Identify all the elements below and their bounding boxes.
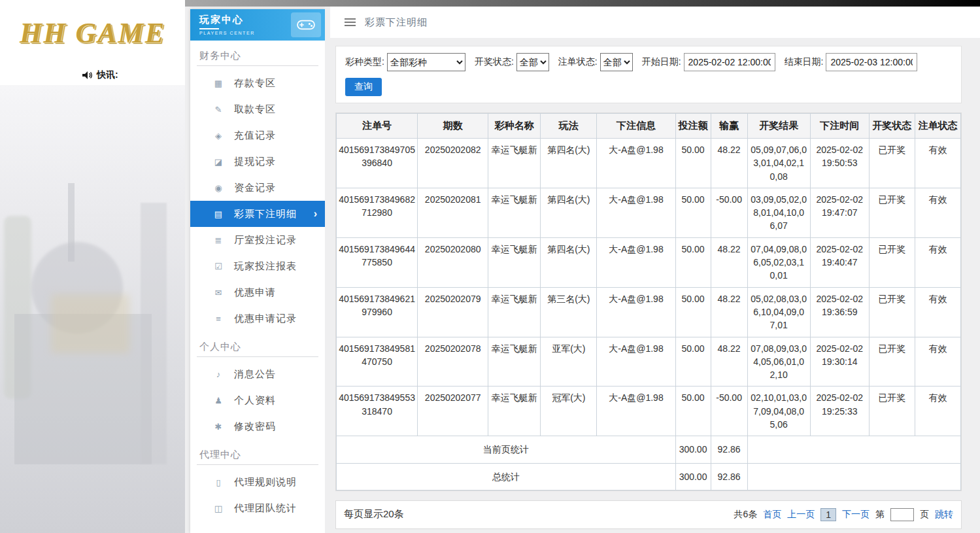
stats-icon: ◫ (212, 504, 224, 513)
page-title: 彩票下注明细 (365, 16, 428, 29)
cell: 48.22 (711, 139, 747, 188)
cell: 20250202077 (418, 387, 488, 436)
cell: 48.22 (711, 287, 747, 337)
cell: 有效 (915, 387, 960, 436)
page-jump-input[interactable] (890, 508, 914, 521)
sidebar-item-deposit[interactable]: ▦ 存款专区 (190, 70, 325, 96)
cell: 2025-02-02 19:36:59 (810, 287, 869, 337)
cell: 48.22 (711, 337, 747, 387)
order-status-select[interactable]: 全部 (600, 53, 633, 71)
city-background-image (0, 85, 185, 533)
sidebar-item-withdrawal-records[interactable]: ◪ 提现记录 (190, 148, 325, 175)
cell: 50.00 (675, 139, 711, 188)
sidebar-item-player-bet-report[interactable]: ☑ 玩家投注报表 (190, 253, 325, 279)
sidebar-item-label: 厅室投注记录 (234, 234, 297, 247)
summary-bet-total: 300.00 (675, 463, 711, 490)
end-date-label: 结束日期: (785, 56, 824, 68)
sidebar-item-recharge-records[interactable]: ◈ 充值记录 (190, 122, 325, 148)
column-header-order-status: 注单状态 (915, 114, 960, 139)
sidebar-item-promo-apply[interactable]: ✉ 优惠申请 (190, 279, 325, 305)
table-row: 401569173849553318470 20250202077 幸运飞艇新 … (337, 387, 961, 436)
cell: 大-A盘@1.98 (597, 337, 675, 387)
sidebar-item-profile[interactable]: ♟ 个人资料 (190, 387, 325, 413)
cell: 冠军(大) (541, 387, 597, 436)
cell: 第四名(大) (541, 188, 597, 237)
section-finance-center: 财务中心 (197, 47, 318, 66)
cell: 50.00 (675, 287, 711, 337)
cell: 401569173849581470750 (337, 337, 418, 387)
sidebar-item-announcements[interactable]: ♪ 消息公告 (190, 361, 325, 387)
sidebar-item-label: 个人资料 (234, 394, 276, 407)
top-strip (185, 0, 980, 7)
cell: 07,04,09,08,06,05,02,03,10,01 (747, 237, 810, 287)
sidebar-item-change-password[interactable]: ✱ 修改密码 (190, 413, 325, 439)
cell: 2025-02-02 19:50:53 (810, 139, 869, 188)
cell: 50.00 (675, 387, 711, 436)
next-page-link[interactable]: 下一页 (842, 509, 870, 521)
table-header-row: 注单号 期数 彩种名称 玩法 下注信息 投注额 输赢 开奖结果 下注时间 开奖状… (337, 114, 961, 139)
start-date-input[interactable] (684, 53, 775, 71)
brand-panel: HH GAME 快讯: (0, 0, 185, 533)
page-prefix-text: 第 (875, 509, 885, 521)
sidebar-item-agent-team-stats[interactable]: ◫ 代理团队统计 (190, 495, 325, 521)
flags-blur (51, 294, 129, 353)
cell: 已开奖 (869, 188, 915, 237)
cell: 2025-02-02 19:40:47 (810, 237, 869, 287)
column-header-play-type: 玩法 (541, 114, 597, 139)
menu-icon[interactable] (345, 18, 356, 26)
bets-table: 注单号 期数 彩种名称 玩法 下注信息 投注额 输赢 开奖结果 下注时间 开奖状… (336, 113, 961, 490)
sidebar-item-label: 彩票下注明细 (234, 208, 297, 220)
cell: 20250202082 (418, 139, 488, 188)
deposit-icon: ▦ (212, 78, 224, 88)
cell: 有效 (915, 237, 960, 287)
column-header-bet-info: 下注信息 (597, 114, 675, 139)
table-row: 401569173849644775850 20250202080 幸运飞艇新 … (337, 237, 961, 287)
first-page-link[interactable]: 首页 (763, 509, 781, 521)
sidebar-item-label: 优惠申请 (234, 286, 276, 299)
cell: 已开奖 (869, 237, 915, 287)
lottery-type-select[interactable]: 全部彩种 (387, 53, 465, 71)
draw-status-select[interactable]: 全部 (516, 53, 549, 71)
sidebar-item-hall-bet-records[interactable]: ≣ 厅室投注记录 (190, 227, 325, 253)
cell: 2025-02-02 19:25:33 (810, 387, 869, 436)
main-content: 彩票下注明细 彩种类型: 全部彩种 开奖状态: 全部 注单状态: 全部 开始日期… (325, 7, 980, 533)
table-row: 401569173849705396840 20250202082 幸运飞艇新 … (337, 139, 961, 188)
filter-row: 彩种类型: 全部彩种 开奖状态: 全部 注单状态: 全部 开始日期: 结束日期: (344, 53, 953, 71)
tower-silhouette (141, 203, 167, 464)
cell: 已开奖 (869, 139, 915, 188)
cell: 幸运飞艇新 (488, 139, 541, 188)
sidebar-item-agent-rules[interactable]: ▯ 代理规则说明 (190, 469, 325, 495)
cell: 2025-02-02 19:30:14 (810, 337, 869, 387)
column-header-order-id: 注单号 (337, 114, 418, 139)
summary-row-total: 总统计 300.00 92.86 (337, 463, 961, 490)
sidebar-item-lottery-bet-details[interactable]: ▤ 彩票下注明细 › (190, 201, 325, 227)
summary-label: 总统计 (337, 463, 676, 490)
sidebar-item-fund-records[interactable]: ◉ 资金记录 (190, 175, 325, 201)
cell: 幸运飞艇新 (488, 237, 541, 287)
query-button[interactable]: 查询 (345, 78, 382, 96)
current-page-button[interactable]: 1 (820, 508, 836, 521)
sidebar-item-label: 存款专区 (234, 77, 276, 90)
cell: 20250202078 (418, 337, 488, 387)
cell: 幸运飞艇新 (488, 387, 541, 436)
start-date-label: 开始日期: (642, 56, 681, 68)
sidebar-item-label: 资金记录 (234, 182, 276, 194)
section-personal-center: 个人中心 (197, 338, 318, 357)
prev-page-link[interactable]: 上一页 (787, 509, 815, 521)
table-row: 401569173849682712980 20250202081 幸运飞艇新 … (337, 188, 961, 237)
draw-status-label: 开奖状态: (475, 56, 514, 68)
titlebar: 彩票下注明细 (330, 7, 980, 38)
sidebar-item-withdraw[interactable]: ✎ 取款专区 (190, 96, 325, 122)
sidebar-item-label: 充值记录 (234, 129, 276, 142)
sidebar-item-promo-records[interactable]: ≡ 优惠申请记录 (190, 305, 325, 332)
end-date-input[interactable] (826, 53, 917, 71)
cell: 20250202080 (418, 237, 488, 287)
cell: 401569173849644775850 (337, 237, 418, 287)
speaker-icon (82, 71, 93, 80)
promo-records-icon: ≡ (212, 314, 224, 324)
jump-link[interactable]: 跳转 (935, 509, 953, 521)
cell: 03,09,05,02,08,01,04,10,06,07 (747, 188, 810, 237)
summary-empty (747, 436, 960, 463)
cell: 幸运飞艇新 (488, 337, 541, 387)
cell: 有效 (915, 188, 960, 237)
